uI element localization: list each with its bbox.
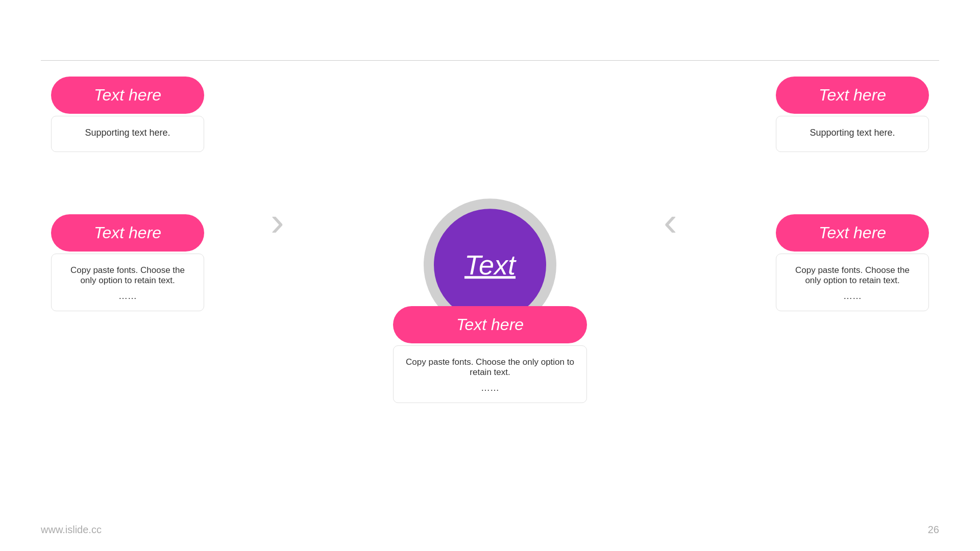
circle-inner: Text [434, 209, 546, 321]
top-left-btn[interactable]: Text here [51, 77, 204, 114]
bottom-left-group: Text here Copy paste fonts. Choose the o… [51, 214, 204, 311]
arrow-right: ‹ [664, 202, 677, 242]
bottom-right-btn-label: Text here [819, 223, 886, 242]
bottom-right-group: Text here Copy paste fonts. Choose the o… [776, 214, 929, 311]
top-left-card: Supporting text here. [51, 116, 204, 152]
bottom-right-body-text: Copy paste fonts. Choose the only option… [789, 265, 916, 286]
top-right-btn[interactable]: Text here [776, 77, 929, 114]
bottom-left-btn[interactable]: Text here [51, 214, 204, 252]
bottom-left-card: Copy paste fonts. Choose the only option… [51, 254, 204, 311]
top-right-group: Text here Supporting text here. [776, 77, 929, 152]
top-right-btn-label: Text here [819, 86, 886, 105]
top-left-support-text: Supporting text here. [64, 128, 191, 138]
bottom-right-btn[interactable]: Text here [776, 214, 929, 252]
top-left-group: Text here Supporting text here. [51, 77, 204, 152]
arrow-left: › [271, 202, 284, 242]
bottom-left-body-text: Copy paste fonts. Choose the only option… [64, 265, 191, 286]
bottom-right-card: Copy paste fonts. Choose the only option… [776, 254, 929, 311]
bottom-left-btn-label: Text here [94, 223, 161, 242]
bottom-center-group: Text here Copy paste fonts. Choose the o… [393, 306, 587, 403]
bottom-center-body-text: Copy paste fonts. Choose the only option… [406, 357, 574, 378]
top-left-btn-label: Text here [94, 86, 161, 105]
bottom-left-dots: …… [64, 291, 191, 302]
center-text: Text [464, 249, 516, 281]
bottom-center-btn-label: Text here [456, 315, 524, 334]
footer-page-number: 26 [928, 524, 939, 536]
top-right-support-text: Supporting text here. [789, 128, 916, 138]
top-divider [41, 60, 939, 61]
bottom-right-dots: …… [789, 291, 916, 302]
top-right-card: Supporting text here. [776, 116, 929, 152]
bottom-center-card: Copy paste fonts. Choose the only option… [393, 345, 587, 403]
bottom-center-dots: …… [406, 383, 574, 393]
bottom-center-btn[interactable]: Text here [393, 306, 587, 343]
footer-website: www.islide.cc [41, 524, 102, 536]
